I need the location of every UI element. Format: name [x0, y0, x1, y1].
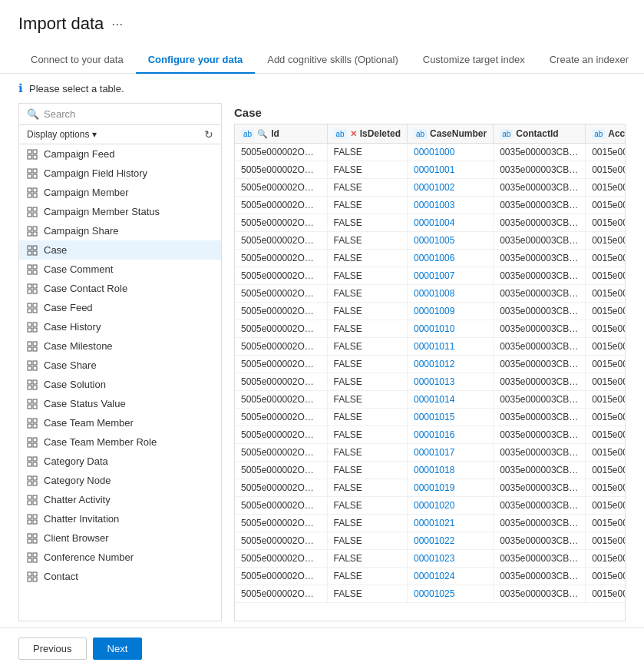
col-search-icon[interactable]: 🔍	[257, 129, 268, 139]
table-row[interactable]: 5005e000002OGm2A...FALSE000010240035e000…	[235, 568, 626, 585]
svg-rect-18	[28, 232, 31, 236]
table-list-item[interactable]: Campaign Share	[19, 221, 221, 240]
table-row[interactable]: 5005e000002OGlpAAGFALSE000010110035e0000…	[235, 338, 626, 356]
svg-rect-65	[33, 457, 37, 461]
table-row[interactable]: 5005e000002OGljAAGFALSE000010050035e0000…	[235, 232, 626, 250]
table-row[interactable]: 5005e000002OGlsAAGFALSE000010140035e0000…	[235, 391, 626, 409]
cell-casenumber: 00001016	[407, 426, 493, 444]
table-list-item[interactable]: Category Data	[19, 452, 221, 471]
data-table-container[interactable]: ab🔍Idab✕IsDeletedabCaseNumberabContactId…	[234, 124, 626, 621]
table-list-item-label: Campaign Share	[44, 225, 119, 237]
table-list-item[interactable]: Case Comment	[19, 260, 221, 279]
table-row[interactable]: 5005e000002OGlnAAGFALSE000010090035e0000…	[235, 303, 626, 320]
svg-rect-1	[33, 150, 37, 154]
cell-isdeleted: FALSE	[327, 250, 407, 267]
display-options-button[interactable]: Display options ▾	[27, 129, 97, 140]
cell-casenumber: 00001004	[407, 214, 493, 232]
table-list-item[interactable]: Chatter Invitation	[19, 509, 221, 528]
table-row[interactable]: 5005e000002OGllAAGFALSE000010070035e0000…	[235, 267, 626, 285]
table-row[interactable]: 5005e000002OGlzAAGFALSE000010210035e0000…	[235, 515, 626, 532]
cell-isdeleted: FALSE	[327, 479, 407, 497]
table-list-item[interactable]: Case Contact Role	[19, 279, 221, 298]
wizard-step-configure[interactable]: Configure your data	[136, 46, 256, 73]
table-list-item[interactable]: Case Solution	[19, 375, 221, 394]
title-ellipsis[interactable]: ···	[111, 16, 123, 32]
table-row[interactable]: 5005e000002OGlkAAGFALSE000010060035e0000…	[235, 250, 626, 267]
cell-contactid: 0035e000003CBDWA...	[494, 373, 586, 391]
wizard-step-cognitive[interactable]: Add cognitive skills (Optional)	[255, 46, 411, 73]
cell-id: 5005e000002OGlpAAG	[235, 338, 327, 356]
table-row[interactable]: 5005e000002OGm3A...FALSE000010250035e000…	[235, 585, 626, 603]
cell-accountid: 0015e000004uFMQA...	[586, 267, 626, 285]
cell-isdeleted: FALSE	[327, 267, 407, 285]
cell-casenumber: 00001018	[407, 462, 493, 479]
table-row[interactable]: 5005e000002OGm0A...FALSE000010220035e000…	[235, 532, 626, 550]
table-list-item[interactable]: Case	[19, 240, 221, 260]
table-row[interactable]: 5005e000002OGltAAGFALSE000010150035e0000…	[235, 409, 626, 426]
next-button[interactable]: Next	[93, 638, 143, 660]
grid-icon	[27, 437, 38, 448]
table-row[interactable]: 5005e000002OGluAAGFALSE000010160035e0000…	[235, 426, 626, 444]
svg-rect-70	[28, 482, 31, 485]
table-row[interactable]: 5005e000002OGlgAAGFALSE000010020035e0000…	[235, 179, 626, 197]
cell-casenumber: 00001025	[407, 585, 493, 603]
table-row[interactable]: 5005e000002OGlrAAGFALSE000010130035e0000…	[235, 373, 626, 391]
wizard-step-indexer[interactable]: Create an indexer	[537, 46, 641, 73]
svg-rect-35	[33, 309, 37, 313]
table-row[interactable]: 5005e000002OGloAAGFALSE000010100035e0000…	[235, 320, 626, 338]
table-list-item[interactable]: Category Node	[19, 471, 221, 490]
table-list-item[interactable]: Contact	[19, 567, 221, 586]
table-list-item[interactable]: Chatter Activity	[19, 490, 221, 509]
svg-rect-31	[33, 290, 37, 293]
table-list-item[interactable]: Client Browser	[19, 528, 221, 548]
table-row[interactable]: 5005e000002OGlfAAGFALSE000010010035e0000…	[235, 161, 626, 179]
table-list-item[interactable]: Campaign Member Status	[19, 202, 221, 221]
page-container: Import data ··· Connect to your dataConf…	[0, 0, 644, 669]
svg-rect-42	[28, 347, 31, 351]
svg-rect-38	[28, 328, 31, 332]
cell-casenumber: 00001011	[407, 338, 493, 356]
table-list-item[interactable]: Case History	[19, 317, 221, 336]
search-input[interactable]	[44, 108, 213, 120]
table-list-item[interactable]: Campaign Member	[19, 183, 221, 202]
data-table: ab🔍Idab✕IsDeletedabCaseNumberabContactId…	[235, 124, 626, 603]
table-list-item-label: Campaign Feed	[44, 148, 115, 160]
previous-button[interactable]: Previous	[18, 638, 87, 660]
table-row[interactable]: 5005e000002OGlvAAGFALSE000010170035e0000…	[235, 444, 626, 462]
cell-id: 5005e000002OGlzAAG	[235, 515, 327, 532]
table-list-item[interactable]: Conference Number	[19, 548, 221, 567]
table-row[interactable]: 5005e000002OGlxAAGFALSE000010190035e0000…	[235, 479, 626, 497]
cell-accountid: 0015e000004uFMRAA2	[586, 532, 626, 550]
refresh-button[interactable]: ↻	[204, 128, 213, 141]
table-list-item[interactable]: Case Team Member Role	[19, 432, 221, 452]
table-row[interactable]: 5005e000002OGlwAAGFALSE000010180035e0000…	[235, 462, 626, 479]
wizard-step-connect[interactable]: Connect to your data	[18, 46, 136, 73]
table-list-item[interactable]: Case Milestone	[19, 336, 221, 356]
cell-casenumber: 00001000	[407, 144, 493, 161]
cell-accountid: 0015e000004uFMRAA2	[586, 550, 626, 568]
table-row[interactable]: 5005e000002OGlmAAGFALSE000010080035e0000…	[235, 285, 626, 303]
table-list-item[interactable]: Campaign Field History	[19, 164, 221, 183]
table-row[interactable]: 5005e000002OGlhAAGFALSE000010030035e0000…	[235, 197, 626, 214]
table-row[interactable]: 5005e000002OGliAAGFALSE000010040035e0000…	[235, 214, 626, 232]
table-list-item[interactable]: Campaign Feed	[19, 144, 221, 164]
table-row[interactable]: 5005e000002OGlyAAGFALSE000010200035e0000…	[235, 497, 626, 515]
table-row[interactable]: 5005e000002OGleAAGFALSE000010000035e0000…	[235, 144, 626, 161]
wizard-step-customize[interactable]: Customize target index	[411, 46, 537, 73]
svg-rect-9	[33, 188, 37, 192]
table-list-item[interactable]: Case Status Value	[19, 394, 221, 413]
cell-accountid: 0015e000004uFMWA...	[586, 250, 626, 267]
table-row[interactable]: 5005e000002OGm1A...FALSE000010230035e000…	[235, 550, 626, 568]
table-view-title: Case	[234, 103, 626, 124]
cell-contactid: 0035e000003CBDRAA4	[494, 444, 586, 462]
table-list-item-label: Case Contact Role	[44, 283, 127, 294]
left-panel: 🔍 Display options ▾ ↻ Campaign FeedCampa…	[18, 103, 222, 621]
table-list-item[interactable]: Case Feed	[19, 298, 221, 317]
svg-rect-56	[28, 419, 31, 422]
table-list-item[interactable]: Case Team Member	[19, 413, 221, 432]
table-list-item[interactable]: Case Share	[19, 356, 221, 375]
col-delete-icon[interactable]: ✕	[350, 129, 357, 139]
table-row[interactable]: 5005e000002OGlqAAGFALSE000010120035e0000…	[235, 356, 626, 373]
svg-rect-51	[33, 386, 37, 389]
cell-isdeleted: FALSE	[327, 303, 407, 320]
